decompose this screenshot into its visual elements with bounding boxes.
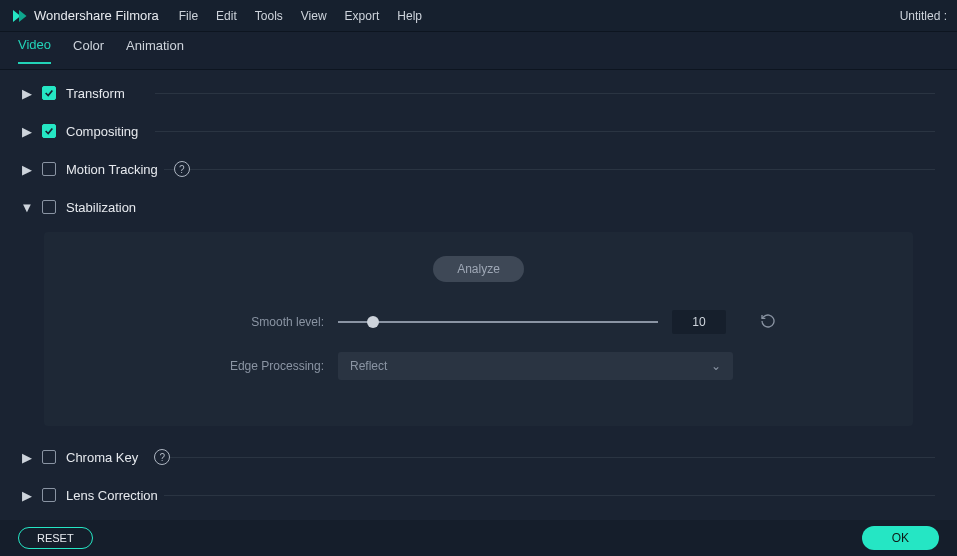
section-label: Chroma Key (66, 450, 144, 465)
menu-file[interactable]: File (179, 9, 198, 23)
section-chroma-key[interactable]: ▶ Chroma Key ? (0, 438, 957, 476)
properties-panel: ▶ Transform ▶ Compositing ▶ Motion Track… (0, 70, 957, 520)
footer-bar: RESET OK (0, 520, 957, 556)
title-bar: Wondershare Filmora File Edit Tools View… (0, 0, 957, 32)
tab-animation[interactable]: Animation (126, 38, 184, 63)
slider-thumb[interactable] (367, 316, 379, 328)
help-icon[interactable]: ? (174, 161, 190, 177)
analyze-button[interactable]: Analyze (433, 256, 524, 282)
section-label: Motion Tracking (66, 162, 164, 177)
reset-button[interactable]: RESET (18, 527, 93, 549)
caret-right-icon[interactable]: ▶ (22, 450, 32, 465)
section-compositing[interactable]: ▶ Compositing (0, 112, 957, 150)
section-transform[interactable]: ▶ Transform (0, 74, 957, 112)
section-label: Compositing (66, 124, 144, 139)
edge-processing-row: Edge Processing: Reflect ⌄ (74, 352, 883, 380)
smooth-level-slider[interactable] (338, 321, 658, 323)
reset-icon[interactable] (760, 313, 776, 332)
checkbox-compositing[interactable] (42, 124, 56, 138)
tab-video[interactable]: Video (18, 37, 51, 64)
smooth-level-value[interactable]: 10 (672, 310, 726, 334)
section-label: Transform (66, 86, 131, 101)
tab-color[interactable]: Color (73, 38, 104, 63)
document-title: Untitled : (900, 9, 947, 23)
section-motion-tracking[interactable]: ▶ Motion Tracking ? (0, 150, 957, 188)
smooth-level-label: Smooth level: (74, 315, 324, 329)
menu-help[interactable]: Help (397, 9, 422, 23)
caret-right-icon[interactable]: ▶ (22, 162, 32, 177)
caret-down-icon[interactable]: ▼ (22, 200, 32, 215)
section-label: Lens Correction (66, 488, 164, 503)
menu-tools[interactable]: Tools (255, 9, 283, 23)
menu-export[interactable]: Export (345, 9, 380, 23)
checkbox-transform[interactable] (42, 86, 56, 100)
section-label: Stabilization (66, 200, 142, 215)
app-logo: Wondershare Filmora (10, 7, 159, 25)
select-value: Reflect (350, 359, 387, 373)
section-stabilization[interactable]: ▼ Stabilization (0, 188, 957, 226)
ok-button[interactable]: OK (862, 526, 939, 550)
property-tabs: Video Color Animation (0, 32, 957, 70)
help-icon[interactable]: ? (154, 449, 170, 465)
edge-processing-select[interactable]: Reflect ⌄ (338, 352, 733, 380)
app-name: Wondershare Filmora (34, 8, 159, 23)
checkbox-motion-tracking[interactable] (42, 162, 56, 176)
menu-view[interactable]: View (301, 9, 327, 23)
menu-edit[interactable]: Edit (216, 9, 237, 23)
section-lens-correction[interactable]: ▶ Lens Correction (0, 476, 957, 514)
stabilization-body: Analyze Smooth level: 10 Edge Processing… (44, 232, 913, 426)
caret-right-icon[interactable]: ▶ (22, 488, 32, 503)
checkbox-chroma-key[interactable] (42, 450, 56, 464)
smooth-level-row: Smooth level: 10 (74, 310, 883, 334)
checkbox-lens-correction[interactable] (42, 488, 56, 502)
filmora-logo-icon (10, 7, 28, 25)
main-menu: File Edit Tools View Export Help (179, 9, 422, 23)
checkbox-stabilization[interactable] (42, 200, 56, 214)
caret-right-icon[interactable]: ▶ (22, 124, 32, 139)
chevron-down-icon: ⌄ (711, 359, 721, 373)
caret-right-icon[interactable]: ▶ (22, 86, 32, 101)
edge-processing-label: Edge Processing: (74, 359, 324, 373)
